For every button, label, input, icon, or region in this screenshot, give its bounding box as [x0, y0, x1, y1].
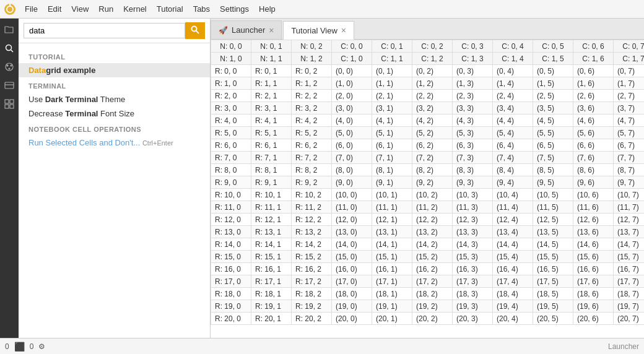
table-cell: R: 17, 1 [251, 275, 292, 288]
table-cell: (14, 2) [412, 238, 453, 251]
icon-palette[interactable] [1, 58, 18, 76]
table-cell: (14, 4) [493, 238, 533, 251]
header-c12: C: 1, 2 [412, 53, 453, 65]
sidebar-item-decrease-font[interactable]: Decrease Terminal Font Size [19, 106, 210, 121]
tab-launcher[interactable]: 🚀 Launcher × [211, 20, 282, 39]
table-cell: (1, 6) [573, 77, 614, 90]
table-cell: (17, 6) [573, 275, 614, 288]
table-cell: R: 4, 0 [211, 114, 251, 127]
table-cell: (8, 6) [573, 164, 614, 176]
sidebar-item-datagrid[interactable]: Datagrid example [19, 63, 210, 77]
menubar: File Edit View Run Kernel Tutorial Tabs … [0, 0, 644, 19]
svg-point-7 [11, 65, 12, 66]
table-cell: (14, 0) [332, 238, 372, 251]
tab-tutorial-close[interactable]: × [341, 26, 346, 35]
table-cell: (4, 4) [493, 114, 533, 127]
table-cell: (11, 3) [453, 201, 493, 214]
menu-tabs[interactable]: Tabs [188, 2, 215, 16]
table-cell: (4, 7) [614, 114, 645, 127]
menu-settings[interactable]: Settings [215, 2, 254, 16]
table-cell: (10, 4) [493, 189, 533, 201]
status-gear-icon[interactable]: ⚙ [38, 342, 45, 351]
status-bar: 0 ⬛ 0 ⚙ Launcher [0, 338, 644, 354]
table-row: R: 10, 0R: 10, 1R: 10, 2(10, 0)(10, 1)(1… [211, 189, 645, 201]
table-cell: (15, 1) [372, 251, 412, 263]
icon-search[interactable] [1, 40, 18, 57]
table-row: R: 3, 0R: 3, 1R: 3, 2(3, 0)(3, 1)(3, 2)(… [211, 102, 645, 114]
table-cell: (0, 2) [412, 65, 453, 77]
icon-tabs[interactable] [1, 77, 18, 94]
menu-tutorial[interactable]: Tutorial [152, 2, 188, 16]
menu-help[interactable]: Help [254, 2, 281, 16]
menu-file[interactable]: File [20, 2, 43, 16]
table-cell: (16, 2) [412, 263, 453, 275]
table-cell: (7, 6) [573, 152, 614, 164]
table-cell: R: 2, 0 [211, 90, 251, 102]
table-cell: R: 2, 2 [292, 90, 332, 102]
table-row: R: 9, 0R: 9, 1R: 9, 2(9, 0)(9, 1)(9, 2)(… [211, 176, 645, 189]
table-cell: (6, 1) [372, 139, 412, 152]
table-cell: (6, 6) [573, 139, 614, 152]
table-cell: R: 6, 2 [292, 139, 332, 152]
table-cell: (2, 2) [412, 90, 453, 102]
tab-launcher-close[interactable]: × [269, 26, 274, 35]
table-cell: (17, 7) [614, 275, 645, 288]
table-cell: (8, 1) [372, 164, 412, 176]
table-cell: (7, 0) [332, 152, 372, 164]
table-cell: R: 12, 2 [292, 214, 332, 226]
grid-container[interactable]: N: 0, 0 N: 0, 1 N: 0, 2 C: 0, 0 C: 0, 1 … [211, 40, 644, 338]
table-cell: (1, 4) [493, 77, 533, 90]
table-cell: (4, 5) [533, 114, 573, 127]
header-c05: C: 0, 5 [533, 40, 573, 53]
header-c13: C: 1, 3 [453, 53, 493, 65]
table-cell: (3, 3) [453, 102, 493, 114]
svg-point-6 [7, 65, 8, 66]
table-cell: R: 8, 1 [251, 164, 292, 176]
header-row-2: N: 1, 0 N: 1, 1 N: 1, 2 C: 1, 0 C: 1, 1 … [211, 53, 645, 65]
menu-run[interactable]: Run [94, 2, 118, 16]
search-input[interactable] [24, 23, 185, 38]
table-cell: (15, 6) [573, 251, 614, 263]
table-cell: (11, 6) [573, 201, 614, 214]
table-cell: (13, 0) [332, 226, 372, 238]
menu-view[interactable]: View [66, 2, 94, 16]
table-cell: (13, 5) [533, 226, 573, 238]
table-cell: (3, 5) [533, 102, 573, 114]
table-row: R: 15, 0R: 15, 1R: 15, 2(15, 0)(15, 1)(1… [211, 251, 645, 263]
menu-edit[interactable]: Edit [43, 2, 66, 16]
table-cell: R: 15, 2 [292, 251, 332, 263]
table-cell: (12, 2) [412, 214, 453, 226]
table-cell: (17, 1) [372, 275, 412, 288]
table-cell: (16, 0) [332, 263, 372, 275]
sidebar-item-dark-theme[interactable]: Use Dark Terminal Theme [19, 92, 210, 106]
icon-extensions[interactable] [1, 95, 18, 113]
search-button[interactable] [185, 22, 205, 39]
icon-folder[interactable] [1, 21, 18, 38]
table-row: R: 5, 0R: 5, 1R: 5, 2(5, 0)(5, 1)(5, 2)(… [211, 127, 645, 139]
table-cell: (16, 7) [614, 263, 645, 275]
table-row: R: 8, 0R: 8, 1R: 8, 2(8, 0)(8, 1)(8, 2)(… [211, 164, 645, 176]
table-cell: R: 12, 0 [211, 214, 251, 226]
table-cell: R: 14, 0 [211, 238, 251, 251]
table-cell: (20, 4) [493, 313, 533, 325]
tab-bar: 🚀 Launcher × Tutorial View × [211, 19, 644, 40]
table-cell: (9, 7) [614, 176, 645, 189]
table-cell: R: 3, 2 [292, 102, 332, 114]
table-cell: (20, 2) [412, 313, 453, 325]
table-cell: (11, 1) [372, 201, 412, 214]
table-cell: (18, 4) [493, 288, 533, 300]
svg-rect-14 [10, 105, 14, 108]
table-cell: (16, 3) [453, 263, 493, 275]
tab-tutorial[interactable]: Tutorial View × [283, 21, 354, 40]
table-row: R: 19, 0R: 19, 1R: 19, 2(19, 0)(19, 1)(1… [211, 300, 645, 313]
svg-rect-9 [5, 82, 14, 88]
table-cell: (0, 4) [493, 65, 533, 77]
sidebar-item-run-cells[interactable]: Run Selected Cells and Don't... Ctrl+Ent… [19, 136, 210, 150]
table-cell: (12, 6) [573, 214, 614, 226]
table-cell: (2, 5) [533, 90, 573, 102]
table-cell: R: 3, 0 [211, 102, 251, 114]
header-n02: N: 0, 2 [292, 40, 332, 53]
header-c15: C: 1, 5 [533, 53, 573, 65]
table-cell: (8, 0) [332, 164, 372, 176]
menu-kernel[interactable]: Kernel [118, 2, 152, 16]
